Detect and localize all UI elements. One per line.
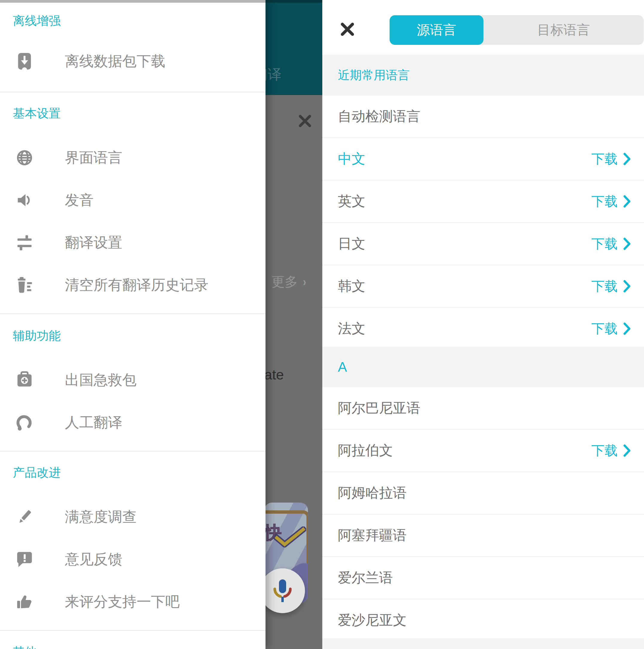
download-link[interactable]: 下载: [591, 138, 631, 180]
tab-source-language[interactable]: 源语言: [390, 15, 483, 45]
menu-item-label: 清空所有翻译历史记录: [65, 275, 208, 295]
chevron-right-icon: [623, 194, 631, 208]
recent-language-rows: 自动检测语言 中文 下载 英文 下载 日文 下载: [322, 96, 644, 350]
divider: [0, 630, 266, 631]
menu-item-label: 意见反馈: [65, 550, 122, 569]
menu-item-label: 出国急救包: [65, 371, 137, 390]
download-link[interactable]: 下载: [591, 308, 631, 350]
chevron-right-icon: ›: [303, 275, 306, 289]
language-row-arabic[interactable]: 阿拉伯文 下载: [322, 429, 644, 472]
first-aid-kit-icon: [15, 371, 34, 389]
tab-label: 目标语言: [483, 21, 644, 39]
download-to-phone-icon: [15, 52, 34, 70]
speaker-icon: [15, 191, 34, 209]
menu-item-rate-app[interactable]: 来评分支持一下吧: [0, 580, 266, 623]
letter-a-language-rows: 阿尔巴尼亚语 阿拉伯文 下载 阿姆哈拉语 阿塞拜疆语 爱尔兰语 爱沙尼亚文: [322, 387, 644, 641]
section-header-next-partial: [322, 638, 644, 649]
checkmark-icon: [273, 526, 306, 548]
menu-item-label: 来评分支持一下吧: [65, 592, 180, 611]
chevron-right-icon: [623, 237, 631, 251]
section-header-letter-a: A: [322, 347, 644, 387]
trash-clear-icon: [15, 276, 34, 294]
menu-item-label: 满意度调查: [65, 507, 137, 526]
globe-icon: [15, 149, 34, 167]
download-link[interactable]: 下载: [591, 223, 631, 265]
download-link[interactable]: 下载: [591, 265, 631, 307]
language-row-japanese[interactable]: 日文 下载: [322, 222, 644, 265]
language-tab-group: 目标语言 源语言: [390, 15, 644, 45]
pencil-icon: [15, 508, 34, 526]
menu-item-pronunciation[interactable]: 发音: [0, 179, 266, 221]
divider: [0, 313, 266, 314]
chevron-right-icon: [623, 444, 631, 458]
download-link[interactable]: 下载: [591, 180, 631, 222]
chevron-right-icon: [623, 322, 631, 336]
headset-icon: [15, 414, 34, 431]
feedback-bubble-icon: [15, 550, 34, 568]
menu-item-label: 离线数据包下载: [65, 52, 165, 71]
menu-item-label: 界面语言: [65, 148, 122, 167]
section-header-other-partial: 其他: [13, 644, 37, 649]
language-panel: 目标语言 源语言 近期常用语言 自动检测语言 中文 下载 英文: [322, 0, 644, 649]
chevron-right-icon: [623, 279, 631, 293]
language-row-english[interactable]: 英文 下载: [322, 180, 644, 222]
voice-input-button[interactable]: [260, 568, 305, 613]
language-row-albanian[interactable]: 阿尔巴尼亚语: [322, 387, 644, 429]
language-row-irish[interactable]: 爱尔兰语: [322, 556, 644, 599]
language-row-auto-detect[interactable]: 自动检测语言: [322, 96, 644, 137]
thumb-up-icon: [15, 593, 34, 611]
menu-item-clear-history[interactable]: 清空所有翻译历史记录: [0, 264, 266, 306]
menu-item-emergency-kit[interactable]: 出国急救包: [0, 359, 266, 401]
menu-item-translation-settings[interactable]: 翻译设置: [0, 221, 266, 264]
chevron-right-icon: [623, 152, 631, 166]
section-header-improve: 产品改进: [13, 464, 61, 481]
more-label: 更多: [272, 273, 298, 291]
background-close-icon: [298, 115, 312, 128]
more-link[interactable]: 更多 ›: [272, 273, 307, 291]
google-mic-icon: [268, 576, 297, 606]
screenshot-root: 翻译 更多 › ate 快: [0, 0, 644, 649]
menu-item-feedback[interactable]: 意见反馈: [0, 538, 266, 580]
status-bar: [0, 0, 322, 3]
partial-background-text: ate: [264, 366, 284, 383]
language-row-chinese[interactable]: 中文 下载: [322, 137, 644, 180]
settings-drawer: 离线增强 离线数据包下载 基本设置 界面: [0, 0, 266, 649]
sliders-icon: [15, 234, 34, 252]
language-row-azerbaijani[interactable]: 阿塞拜疆语: [322, 514, 644, 556]
menu-item-label: 翻译设置: [65, 233, 122, 252]
language-row-korean[interactable]: 韩文 下载: [322, 265, 644, 307]
close-icon[interactable]: [341, 23, 354, 36]
tab-label: 源语言: [417, 21, 456, 39]
divider: [0, 451, 266, 451]
menu-item-interface-language[interactable]: 界面语言: [0, 137, 266, 179]
menu-item-offline-packages[interactable]: 离线数据包下载: [0, 40, 266, 83]
section-header-basic: 基本设置: [13, 105, 61, 122]
divider: [0, 92, 266, 92]
language-row-estonian[interactable]: 爱沙尼亚文: [322, 599, 644, 641]
menu-item-label: 人工翻译: [65, 413, 122, 432]
language-row-amharic[interactable]: 阿姆哈拉语: [322, 472, 644, 514]
language-row-french[interactable]: 法文 下载: [322, 307, 644, 350]
download-link[interactable]: 下载: [591, 430, 631, 472]
section-header-assist: 辅助功能: [13, 328, 61, 344]
menu-item-human-translation[interactable]: 人工翻译: [0, 401, 266, 444]
menu-item-label: 发音: [65, 191, 93, 210]
menu-item-satisfaction-survey[interactable]: 满意度调查: [0, 496, 266, 538]
section-header-recent: 近期常用语言: [322, 55, 644, 96]
section-header-offline: 离线增强: [13, 12, 61, 29]
